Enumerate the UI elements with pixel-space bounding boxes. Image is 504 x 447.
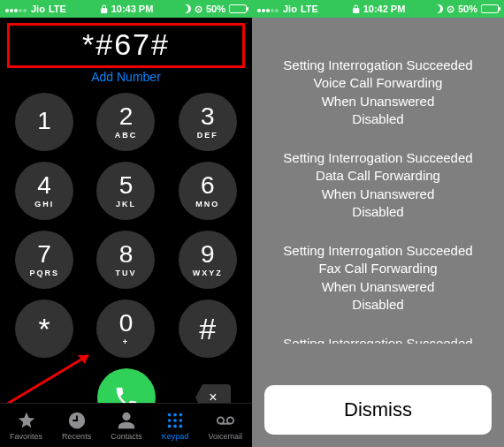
tab-voicemail[interactable]: Voicemail — [208, 411, 242, 441]
star-icon — [17, 411, 36, 430]
dismiss-button[interactable]: Dismiss — [264, 385, 492, 435]
svg-point-4 — [179, 413, 183, 416]
svg-point-12 — [226, 417, 233, 423]
keypad: 1 2ABC 3DEF 4GHI 5JKL 6MNO 7PQRS 8TUV 9W… — [0, 86, 252, 361]
dialer-pane: Jio LTE 10:43 PM ⊙ 50% *#67# Add Number … — [0, 0, 252, 447]
alert-message: Setting Interrogation SucceededVoice Cal… — [252, 18, 504, 344]
alert-block-cut: Setting Interrogation Succeeded — [264, 335, 492, 344]
svg-point-8 — [168, 424, 172, 428]
network: LTE — [301, 4, 318, 14]
tab-recents[interactable]: Recents — [62, 411, 91, 441]
key-3[interactable]: 3DEF — [179, 93, 237, 151]
dial-entry: *#67# — [15, 27, 237, 62]
dial-entry-highlight: *#67# — [7, 23, 245, 68]
key-4[interactable]: 4GHI — [15, 162, 73, 220]
alert-block: Setting Interrogation SucceededData Call… — [264, 149, 492, 221]
alarm-icon: ⊙ — [195, 4, 202, 15]
svg-point-11 — [217, 417, 223, 423]
clock-icon — [67, 411, 87, 430]
lock-icon — [99, 4, 109, 14]
svg-point-7 — [179, 419, 183, 422]
key-hash[interactable]: # — [179, 299, 237, 358]
lock-icon — [351, 4, 361, 14]
tab-favorites[interactable]: Favorites — [10, 411, 42, 441]
svg-point-3 — [173, 413, 177, 416]
key-1[interactable]: 1 — [15, 93, 73, 151]
dnd-icon — [182, 4, 191, 13]
tab-bar: Favorites Recents Contacts Keypad Voicem… — [0, 403, 252, 447]
key-2[interactable]: 2ABC — [96, 93, 155, 151]
clock: 10:43 PM — [111, 4, 154, 14]
battery-icon — [481, 4, 499, 13]
person-icon — [117, 411, 136, 430]
network: LTE — [49, 4, 66, 14]
status-bar: Jio LTE 10:42 PM ⊙ 50% — [252, 0, 504, 18]
status-bar: Jio LTE 10:43 PM ⊙ 50% — [0, 0, 252, 18]
key-0[interactable]: 0+ — [96, 299, 155, 358]
signal-icon — [5, 4, 27, 14]
alert-block: Setting Interrogation SucceededFax Call … — [264, 242, 492, 314]
keypad-icon — [165, 411, 185, 430]
carrier: Jio — [283, 4, 297, 14]
key-5[interactable]: 5JKL — [96, 162, 155, 220]
svg-point-6 — [173, 419, 177, 422]
svg-point-10 — [179, 424, 183, 428]
battery-pct: 50% — [206, 4, 225, 14]
signal-icon — [257, 4, 279, 14]
svg-point-5 — [168, 419, 172, 422]
carrier: Jio — [31, 4, 45, 14]
alert-block: Setting Interrogation SucceededVoice Cal… — [264, 57, 492, 128]
key-8[interactable]: 8TUV — [96, 231, 155, 289]
dnd-icon — [434, 4, 443, 13]
battery-pct: 50% — [458, 4, 477, 14]
add-number-button[interactable]: Add Number — [7, 70, 245, 84]
key-9[interactable]: 9WXYZ — [179, 231, 237, 289]
key-6[interactable]: 6MNO — [179, 162, 237, 220]
key-7[interactable]: 7PQRS — [15, 231, 73, 289]
key-star[interactable]: * — [15, 299, 73, 358]
clock: 10:42 PM — [363, 4, 406, 14]
voicemail-icon — [216, 411, 235, 430]
svg-point-2 — [168, 413, 172, 416]
alarm-icon: ⊙ — [447, 4, 454, 15]
battery-icon — [229, 4, 247, 13]
tab-keypad[interactable]: Keypad — [162, 411, 189, 441]
alert-pane: Jio LTE 10:42 PM ⊙ 50% Setting Interroga… — [252, 0, 504, 447]
svg-point-9 — [173, 424, 177, 428]
tab-contacts[interactable]: Contacts — [111, 411, 142, 441]
